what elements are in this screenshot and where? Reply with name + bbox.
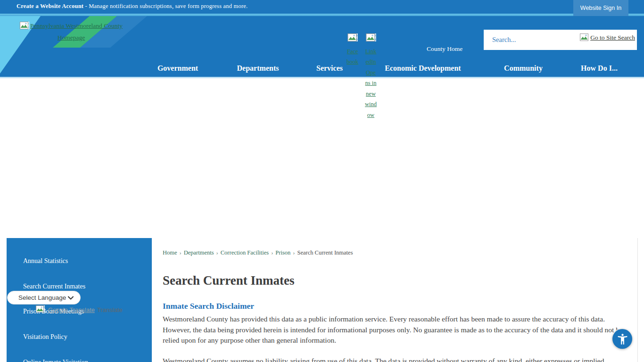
nav-economic-development[interactable]: Economic Development bbox=[385, 64, 461, 73]
search-input[interactable] bbox=[484, 30, 583, 50]
sidebar-item-search-current-inmates[interactable]: Search Current Inmates bbox=[23, 283, 85, 290]
select-language-label: Select Language bbox=[18, 294, 66, 301]
content-border bbox=[637, 238, 638, 362]
accessibility-icon bbox=[616, 333, 629, 346]
sidebar-item-visitation-policy[interactable]: Visitation Policy bbox=[23, 333, 67, 341]
broken-image-icon bbox=[346, 33, 359, 45]
county-logo-alt-text: Pennsylvania Westmoreland County Homepag… bbox=[30, 22, 123, 41]
create-account-link[interactable]: Create a Website Account bbox=[17, 3, 83, 9]
nav-government[interactable]: Government bbox=[157, 64, 198, 73]
broken-image-icon bbox=[580, 33, 589, 43]
nav-services[interactable]: Services bbox=[316, 64, 343, 73]
disclaimer-paragraph-1: Westmoreland County has provided this da… bbox=[163, 314, 629, 346]
disclaimer-paragraph-2: Westmoreland County assumes no liability… bbox=[163, 356, 629, 362]
breadcrumb-departments[interactable]: Departments bbox=[184, 249, 214, 256]
linkedin-link[interactable]: LinkedIn Opens in new window bbox=[364, 33, 377, 120]
breadcrumb-home[interactable]: Home bbox=[163, 249, 177, 256]
breadcrumb-current: Search Current Inmates bbox=[297, 249, 353, 256]
breadcrumb: Home›Departments›Correction Facilities›P… bbox=[163, 249, 353, 256]
broken-image-icon bbox=[36, 305, 45, 314]
linkedin-alt-text: LinkedIn Opens in new window bbox=[365, 48, 377, 118]
county-home-link[interactable]: County Home bbox=[427, 45, 462, 53]
select-language-dropdown[interactable]: Select Language bbox=[7, 291, 81, 304]
google-translate-attribution: Google Translate Translate bbox=[36, 305, 123, 314]
county-logo-link[interactable]: Pennsylvania Westmoreland County Homepag… bbox=[12, 21, 130, 43]
account-bar-subtext: - Manage notification subscriptions, sav… bbox=[83, 3, 248, 9]
website-sign-in-button[interactable]: Website Sign In bbox=[573, 0, 628, 16]
go-to-site-search-button[interactable]: Go to Site Search bbox=[580, 33, 635, 43]
breadcrumb-separator: › bbox=[271, 249, 273, 256]
facebook-alt-text: Facebook bbox=[347, 48, 358, 66]
breadcrumb-separator: › bbox=[216, 249, 218, 256]
nav-community[interactable]: Community bbox=[504, 64, 543, 73]
facebook-link[interactable]: Facebook bbox=[346, 33, 359, 67]
breadcrumb-separator: › bbox=[293, 249, 295, 256]
disclaimer-heading: Inmate Search Disclaimer bbox=[163, 301, 254, 311]
go-to-site-search-label: Go to Site Search bbox=[590, 34, 635, 41]
account-bar-text: Create a Website Account - Manage notifi… bbox=[17, 3, 248, 10]
sidebar-item-annual-statistics[interactable]: Annual Statistics bbox=[23, 257, 68, 265]
site-header: Pennsylvania Westmoreland County Homepag… bbox=[0, 16, 644, 78]
breadcrumb-separator: › bbox=[180, 249, 182, 256]
nav-departments[interactable]: Departments bbox=[237, 64, 279, 73]
chevron-down-icon bbox=[68, 296, 74, 300]
accessibility-widget-button[interactable] bbox=[612, 329, 632, 349]
translate-label: Translate bbox=[97, 306, 123, 313]
account-bar: Create a Website Account - Manage notifi… bbox=[0, 0, 644, 14]
nav-how-do-i[interactable]: How Do I... bbox=[581, 64, 618, 73]
google-translate-alt-text: Google Translate bbox=[48, 306, 95, 313]
broken-image-icon bbox=[364, 33, 377, 45]
breadcrumb-prison[interactable]: Prison bbox=[275, 249, 290, 256]
sidebar-item-online-inmate-visitation[interactable]: Online Inmate Visitation bbox=[23, 359, 88, 362]
broken-image-icon bbox=[20, 22, 29, 33]
page-title: Search Current Inmates bbox=[163, 273, 294, 288]
header-divider-strip bbox=[0, 14, 644, 16]
site-search-box: Go to Site Search bbox=[484, 30, 637, 50]
breadcrumb-correction-facilities[interactable]: Correction Facilities bbox=[221, 249, 269, 256]
page: Create a Website Account - Manage notifi… bbox=[0, 0, 644, 362]
